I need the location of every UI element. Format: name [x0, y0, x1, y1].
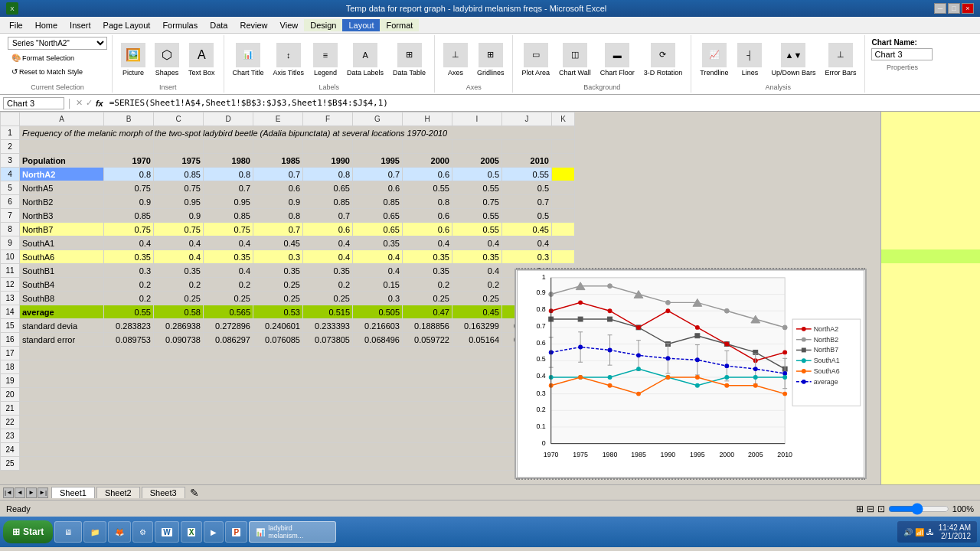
lines-button[interactable]: ┤ Lines — [733, 41, 766, 79]
data-table-button[interactable]: ⊞ Data Table — [389, 41, 430, 79]
cell-11a[interactable]: SouthB1 — [20, 264, 104, 278]
cell-16a[interactable]: standard error — [20, 333, 104, 347]
taskbar-excel-active[interactable]: 📊 ladybird melanism... — [249, 521, 336, 543]
cell-8k[interactable] — [552, 223, 575, 236]
cell-13d[interactable]: 0.25 — [204, 292, 253, 305]
cell-16b[interactable]: 0.089753 — [104, 333, 154, 347]
cell-4c[interactable]: 0.85 — [154, 168, 204, 181]
sheet-nav-prev[interactable]: ◄ — [15, 487, 25, 498]
cell-10i[interactable]: 0.35 — [452, 250, 502, 264]
cell-4i[interactable]: 0.5 — [452, 168, 502, 181]
cell-2h[interactable] — [403, 140, 452, 154]
cell-2i[interactable] — [452, 140, 502, 154]
cell-16h[interactable]: 0.059722 — [403, 333, 452, 347]
cell-13a[interactable]: SouthB8 — [20, 292, 104, 305]
cell-8e[interactable]: 0.7 — [253, 223, 303, 236]
cell-8j[interactable]: 0.45 — [502, 223, 552, 236]
menu-data[interactable]: Data — [204, 19, 234, 31]
cell-4j[interactable]: 0.55 — [502, 168, 552, 181]
cell-4h[interactable]: 0.6 — [403, 168, 452, 181]
cell-6h[interactable]: 0.8 — [403, 195, 452, 209]
cell-11e[interactable]: 0.35 — [253, 264, 303, 278]
cell-10k[interactable] — [552, 250, 575, 264]
cell-4g[interactable]: 0.7 — [353, 168, 403, 181]
chart-wall-button[interactable]: ◫ Chart Wall — [555, 41, 595, 79]
cell-15i[interactable]: 0.163299 — [452, 319, 502, 333]
cell-16g[interactable]: 0.068496 — [353, 333, 403, 347]
cell-7g[interactable]: 0.65 — [353, 209, 403, 223]
cell-3h[interactable]: 2000 — [403, 154, 452, 168]
cell-5k[interactable] — [552, 181, 575, 195]
cell-11d[interactable]: 0.4 — [204, 264, 253, 278]
cell-15b[interactable]: 0.283823 — [104, 319, 154, 333]
cell-12c[interactable]: 0.2 — [154, 278, 204, 292]
chart-name-input[interactable] — [871, 48, 933, 60]
shapes-button[interactable]: ⬡ Shapes — [151, 41, 183, 79]
cell-13g[interactable]: 0.3 — [353, 292, 403, 305]
cell-3j[interactable]: 2010 — [502, 154, 552, 168]
cell-6i[interactable]: 0.75 — [452, 195, 502, 209]
cell-7d[interactable]: 0.85 — [204, 209, 253, 223]
menu-design[interactable]: Design — [304, 19, 342, 31]
picture-button[interactable]: 🖼️ Picture — [117, 41, 149, 79]
cell-7a[interactable]: NorthB3 — [20, 209, 104, 223]
cell-3i[interactable]: 2005 — [452, 154, 502, 168]
cell-4f[interactable]: 0.8 — [303, 168, 353, 181]
cell-10j[interactable]: 0.3 — [502, 250, 552, 264]
cell-6c[interactable]: 0.95 — [154, 195, 204, 209]
cell-7k[interactable] — [552, 209, 575, 223]
3d-rotation-button[interactable]: ⟳ 3-D Rotation — [640, 41, 687, 79]
cell-6f[interactable]: 0.85 — [303, 195, 353, 209]
cell-5g[interactable]: 0.6 — [353, 181, 403, 195]
cell-6g[interactable]: 0.85 — [353, 195, 403, 209]
view-layout-icon[interactable]: ⊟ — [867, 504, 874, 514]
cell-5j[interactable]: 0.5 — [502, 181, 552, 195]
cell-13f[interactable]: 0.25 — [303, 292, 353, 305]
cell-12a[interactable]: SouthB4 — [20, 278, 104, 292]
chart-container[interactable]: 0 0.1 0.2 0.3 0.4 0.5 0.6 0.7 0.8 0.9 1 — [514, 269, 867, 479]
start-button[interactable]: ⊞ Start — [3, 520, 53, 543]
taskbar-powerpoint[interactable]: P — [225, 521, 247, 543]
taskbar-firefox[interactable]: 🦊 — [108, 521, 131, 543]
sheet-tab-sheet2[interactable]: Sheet2 — [96, 487, 140, 498]
cell-12e[interactable]: 0.25 — [253, 278, 303, 292]
cell-6a[interactable]: NorthB2 — [20, 195, 104, 209]
cell-16e[interactable]: 0.076085 — [253, 333, 303, 347]
sheet-tab-sheet1[interactable]: Sheet1 — [51, 487, 95, 498]
cell-5b[interactable]: 0.75 — [104, 181, 154, 195]
cell-4b[interactable]: 0.8 — [104, 168, 154, 181]
cell-8d[interactable]: 0.75 — [204, 223, 253, 236]
cell-3d[interactable]: 1980 — [204, 154, 253, 168]
cell-4d[interactable]: 0.8 — [204, 168, 253, 181]
cell-13i[interactable]: 0.25 — [452, 292, 502, 305]
sheet-tab-sheet3[interactable]: Sheet3 — [142, 487, 185, 498]
cell-11b[interactable]: 0.3 — [104, 264, 154, 278]
menu-home[interactable]: Home — [29, 19, 64, 31]
cell-12d[interactable]: 0.2 — [204, 278, 253, 292]
chart-floor-button[interactable]: ▬ Chart Floor — [596, 41, 639, 79]
cell-9d[interactable]: 0.4 — [204, 236, 253, 250]
cell-16d[interactable]: 0.086297 — [204, 333, 253, 347]
legend-button[interactable]: ≡ Legend — [309, 41, 341, 79]
cell-11i[interactable]: 0.4 — [452, 264, 502, 278]
taskbar-word[interactable]: W — [155, 521, 178, 543]
cell-7f[interactable]: 0.7 — [303, 209, 353, 223]
taskbar-excel[interactable]: X — [181, 521, 203, 543]
cell-5d[interactable]: 0.7 — [204, 181, 253, 195]
cell-15f[interactable]: 0.233393 — [303, 319, 353, 333]
cell-12b[interactable]: 0.2 — [104, 278, 154, 292]
cell-11f[interactable]: 0.35 — [303, 264, 353, 278]
cell-15e[interactable]: 0.240601 — [253, 319, 303, 333]
axes-button[interactable]: ⊥ Axes — [439, 41, 472, 79]
cell-6d[interactable]: 0.95 — [204, 195, 253, 209]
cell-9b[interactable]: 0.4 — [104, 236, 154, 250]
cell-10d[interactable]: 0.35 — [204, 250, 253, 264]
cell-2f[interactable] — [303, 140, 353, 154]
maximize-button[interactable]: □ — [948, 3, 960, 14]
cell-4a[interactable]: NorthA2 — [20, 168, 104, 181]
cell-11h[interactable]: 0.35 — [403, 264, 452, 278]
plot-area-button[interactable]: ▭ Plot Area — [518, 41, 554, 79]
cell-15c[interactable]: 0.286938 — [154, 319, 204, 333]
cell-9f[interactable]: 0.4 — [303, 236, 353, 250]
series-dropdown[interactable]: Series "NorthA2" — [8, 37, 107, 50]
